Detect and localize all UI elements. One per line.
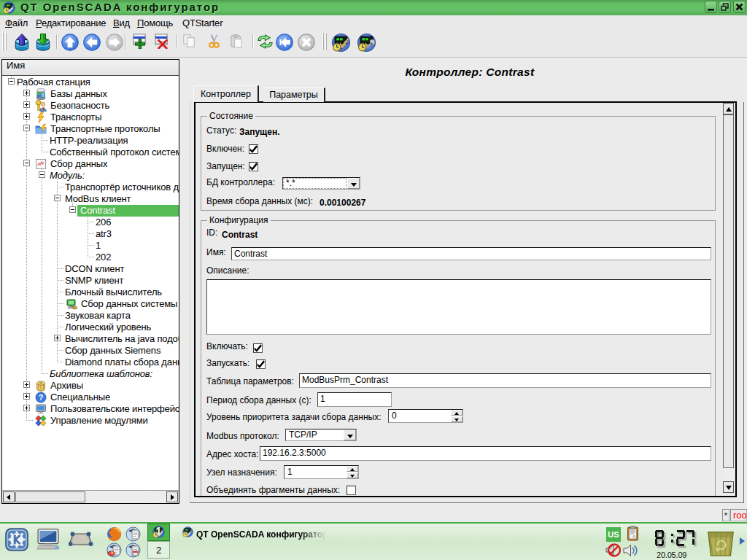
svg-text:?: ? [39,393,44,402]
